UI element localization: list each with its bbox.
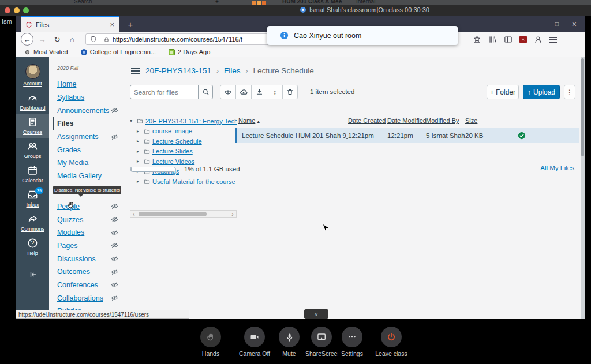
leave-class-button[interactable]: Leave class xyxy=(375,319,407,357)
course-nav-grades[interactable]: Grades xyxy=(57,143,124,156)
upload-button[interactable]: ↑ Upload xyxy=(523,85,560,99)
sidebar-item-inbox[interactable]: 39 Inbox xyxy=(16,186,49,211)
course-nav-pages[interactable]: Pages xyxy=(57,239,124,253)
nav-link[interactable]: Discussions xyxy=(57,255,96,263)
caret-down-icon[interactable]: ▾ xyxy=(130,118,134,123)
course-nav-discussions[interactable]: Discussions xyxy=(57,252,124,265)
nav-link[interactable]: Syllabus xyxy=(57,93,84,102)
nav-link[interactable]: Modules xyxy=(57,228,84,237)
account-icon[interactable] xyxy=(534,35,543,44)
tree-folder-lecture-slides[interactable]: ▸ Lecture Slides xyxy=(130,147,237,157)
camera-button[interactable]: Camera Off xyxy=(238,319,271,357)
minimize-button[interactable]: — xyxy=(536,21,542,28)
nav-link[interactable]: Collaborations xyxy=(57,294,103,302)
scroll-left-icon[interactable]: ‹ xyxy=(130,211,137,217)
table-row-selected[interactable]: Lecture Schedule HUM 201 Shah 9_8.xlsx 1… xyxy=(235,128,579,143)
forward-button[interactable]: → xyxy=(36,33,48,46)
course-nav-files[interactable]: Files xyxy=(53,117,124,130)
tree-folder-link[interactable]: Lecture Videos xyxy=(152,158,194,165)
home-button[interactable]: ⌂ xyxy=(66,33,78,46)
search-input[interactable] xyxy=(130,85,198,99)
tree-folder-useful-material[interactable]: ▸ Useful Material for the course xyxy=(130,177,237,187)
caret-right-icon[interactable]: ▸ xyxy=(137,129,141,134)
scroll-right-icon[interactable]: › xyxy=(229,211,236,217)
library-icon[interactable] xyxy=(488,35,497,44)
tree-folder-lecture-schedule[interactable]: ▸ Lecture Schedule xyxy=(130,136,237,147)
nav-link[interactable]: Assignments xyxy=(57,133,99,141)
preview-button[interactable] xyxy=(220,85,235,99)
column-header-date-modified[interactable]: Date Modified xyxy=(387,117,426,124)
scrollbar-thumb[interactable] xyxy=(139,212,207,216)
sidebar-item-help[interactable]: Help xyxy=(16,235,49,259)
scrollbar-track[interactable] xyxy=(137,211,229,217)
course-menu-icon[interactable] xyxy=(131,70,140,72)
caret-right-icon[interactable]: ▸ xyxy=(137,179,141,184)
all-my-files-link[interactable]: All My Files xyxy=(540,164,574,171)
nav-link[interactable]: Announcements xyxy=(57,107,109,115)
scrollbar-thumb[interactable] xyxy=(581,58,584,156)
sidebar-item-courses[interactable]: Courses xyxy=(16,114,49,138)
sidebar-toggle-icon[interactable] xyxy=(504,35,513,44)
breadcrumb-course-link[interactable]: 20F-PHYS143-151 xyxy=(145,66,211,75)
tree-folder-lecture-videos[interactable]: ▸ Lecture Videos xyxy=(130,156,237,167)
course-nav-syllabus[interactable]: Syllabus xyxy=(57,91,124,104)
published-check-icon[interactable] xyxy=(518,132,526,140)
column-header-date-created[interactable]: Date Created xyxy=(348,117,387,124)
bookmark-most-visited[interactable]: Most Visited xyxy=(24,48,68,55)
mute-button[interactable]: Mute xyxy=(273,319,305,357)
restrict-access-button[interactable] xyxy=(235,85,251,99)
column-header-modified-by[interactable]: Modified By xyxy=(426,117,465,124)
tree-folder-link[interactable]: Useful Material for the course xyxy=(152,178,235,185)
new-tab-button[interactable]: + xyxy=(124,17,137,31)
nav-link[interactable]: Quizzes xyxy=(57,216,83,224)
course-nav-home[interactable]: Home xyxy=(57,78,124,91)
menu-icon[interactable] xyxy=(549,39,557,40)
column-header-size[interactable]: Size xyxy=(465,117,579,124)
tree-folder-link[interactable]: Lecture Schedule xyxy=(152,138,202,145)
settings-button[interactable]: Settings xyxy=(336,319,368,357)
course-nav-media-gallery[interactable]: Media Gallery xyxy=(57,170,124,183)
caret-right-icon[interactable]: ▸ xyxy=(137,138,141,144)
tab-files[interactable]: Files × xyxy=(21,16,119,32)
nav-link[interactable]: Home xyxy=(57,80,76,88)
bookmark-star-icon[interactable] xyxy=(473,35,481,44)
course-nav-assignments[interactable]: Assignments xyxy=(57,130,124,144)
share-screen-button[interactable]: ShareScreen xyxy=(305,319,338,357)
course-nav-my-media[interactable]: My Media xyxy=(57,156,124,170)
close-traffic-light[interactable] xyxy=(5,7,10,13)
tree-folder-course-image[interactable]: ▸ course_image xyxy=(130,126,237,137)
nav-link[interactable]: Pages xyxy=(57,242,77,250)
course-nav-conferences[interactable]: Conferences xyxy=(57,279,124,292)
horizontal-scrollbar[interactable]: ‹ › xyxy=(130,210,237,218)
minimize-traffic-light[interactable] xyxy=(14,7,20,13)
sidebar-item-dashboard[interactable]: Dashboard xyxy=(16,89,49,114)
move-button[interactable]: ↕ xyxy=(267,85,282,99)
adobe-pdf-extension-icon[interactable] xyxy=(519,36,527,43)
tree-root-folder[interactable]: ▾ 20F-PHYS143-151: Energy Technolog xyxy=(130,116,237,126)
zoom-traffic-light[interactable] xyxy=(23,7,29,13)
course-nav-outcomes[interactable]: Outcomes xyxy=(57,265,124,279)
hide-controls-button[interactable]: ∨ xyxy=(304,309,328,319)
course-nav-modules[interactable]: Modules xyxy=(57,226,124,239)
more-options-button[interactable]: ⋮ xyxy=(564,85,575,99)
download-button[interactable] xyxy=(251,85,267,99)
bookmark-college[interactable]: College of Engineerin... xyxy=(81,48,156,55)
sidebar-item-groups[interactable]: Groups xyxy=(16,138,49,162)
nav-link[interactable]: Grades xyxy=(57,146,81,154)
reload-button[interactable]: ↻ xyxy=(51,33,63,46)
sidebar-item-account[interactable]: Account xyxy=(16,61,49,89)
tree-folder-link[interactable]: Lecture Slides xyxy=(152,148,193,155)
caret-right-icon[interactable]: ▸ xyxy=(137,149,141,154)
collapse-nav-button[interactable] xyxy=(16,267,49,282)
bookmark-2-days-ago[interactable]: 2 Days Ago xyxy=(169,48,210,55)
delete-button[interactable] xyxy=(282,85,298,99)
tab-close-icon[interactable]: × xyxy=(110,20,114,29)
search-button[interactable] xyxy=(198,85,213,99)
sidebar-item-commons[interactable]: Commons xyxy=(16,211,49,235)
vertical-scrollbar[interactable] xyxy=(581,57,585,319)
breadcrumb-files-link[interactable]: Files xyxy=(224,66,241,75)
course-nav-announcements[interactable]: Announcements xyxy=(57,104,124,117)
nav-link[interactable]: Files xyxy=(57,119,74,127)
add-folder-button[interactable]: + Folder xyxy=(487,85,519,99)
course-nav-quizzes[interactable]: Quizzes xyxy=(57,213,124,226)
